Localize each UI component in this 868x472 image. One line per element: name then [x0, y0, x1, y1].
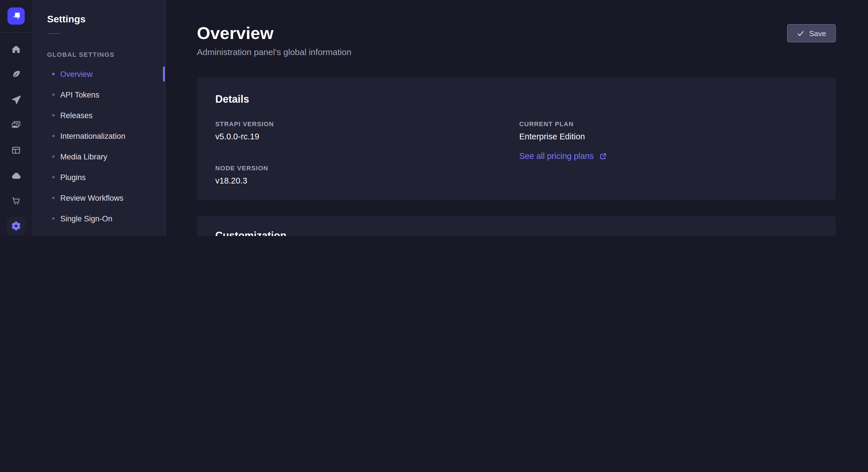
- bullet-icon: [52, 176, 55, 178]
- save-button-label: Save: [809, 29, 826, 38]
- field-label: STRAPI VERSION: [215, 120, 514, 128]
- gear-icon[interactable]: [7, 217, 25, 235]
- external-link-icon: [599, 152, 608, 160]
- paper-plane-icon[interactable]: [7, 91, 25, 109]
- main-content: Overview Administration panel’s global i…: [166, 0, 868, 236]
- rail-nav: [7, 40, 25, 235]
- feather-icon[interactable]: [7, 65, 25, 84]
- subnav-item-transfer-tokens[interactable]: Transfer Tokens: [33, 229, 165, 236]
- bullet-icon: [52, 156, 55, 158]
- subnav-item-label: Plugins: [60, 173, 86, 181]
- cart-icon[interactable]: [7, 192, 25, 210]
- details-fields: STRAPI VERSION v5.0.0-rc.19 NODE VERSION…: [215, 120, 817, 187]
- field-label: CURRENT PLAN: [519, 120, 817, 128]
- layout-icon[interactable]: [7, 141, 25, 160]
- current-plan-field: CURRENT PLAN Enterprise Edition: [519, 120, 817, 142]
- page-title: Overview: [197, 23, 351, 43]
- details-card-title: Details: [215, 92, 817, 106]
- bullet-icon: [52, 135, 55, 137]
- subnav-item-single-sign-on[interactable]: Single Sign-On: [33, 208, 165, 229]
- subnav-item-internationalization[interactable]: Internationalization: [33, 126, 165, 146]
- pricing-plans-link[interactable]: See all pricing plans: [519, 151, 608, 161]
- bullet-icon: [52, 73, 55, 75]
- bullet-icon: [52, 94, 55, 96]
- subnav-item-api-tokens[interactable]: API Tokens: [33, 84, 165, 105]
- field-label: NODE VERSION: [215, 164, 514, 172]
- subnav-item-label: API Tokens: [60, 90, 99, 99]
- subnav-item-media-library[interactable]: Media Library: [33, 146, 165, 167]
- subnav-item-label: Review Workflows: [60, 194, 123, 202]
- section-global-settings: GLOBAL SETTINGS: [47, 51, 151, 58]
- customization-card: Customization Max dimension: 750×750, Ma…: [197, 216, 836, 236]
- save-button[interactable]: Save: [787, 24, 836, 42]
- strapi-logo-icon[interactable]: [7, 7, 25, 25]
- subnav-item-releases[interactable]: Releases: [33, 105, 165, 126]
- settings-subnav: Settings GLOBAL SETTINGS Overview API To…: [33, 0, 165, 236]
- bullet-icon: [52, 114, 55, 116]
- check-icon: [797, 30, 805, 37]
- subnav-item-label: Transfer Tokens: [60, 235, 115, 236]
- subnav-title: Settings: [47, 14, 165, 25]
- subnav-item-overview[interactable]: Overview: [33, 64, 165, 84]
- subnav-item-label: Single Sign-On: [60, 214, 113, 223]
- field-value: v18.20.3: [215, 175, 514, 187]
- pricing-link-label: See all pricing plans: [519, 151, 594, 161]
- brand-area: [0, 0, 32, 33]
- details-card: Details STRAPI VERSION v5.0.0-rc.19 NODE…: [197, 77, 836, 200]
- subnav-divider: [47, 33, 61, 34]
- media-images-icon[interactable]: [7, 116, 25, 134]
- bullet-icon: [52, 197, 55, 199]
- cloud-icon[interactable]: [7, 166, 25, 185]
- field-value: Enterprise Edition: [519, 131, 817, 142]
- node-version-field: NODE VERSION v18.20.3: [215, 164, 514, 187]
- subnav-item-review-workflows[interactable]: Review Workflows: [33, 188, 165, 208]
- page-subtitle: Administration panel’s global informatio…: [197, 47, 351, 57]
- strapi-version-field: STRAPI VERSION v5.0.0-rc.19: [215, 120, 514, 142]
- page-header: Overview Administration panel’s global i…: [197, 23, 836, 57]
- home-icon[interactable]: [7, 40, 25, 59]
- bullet-icon: [52, 217, 55, 220]
- subnav-item-label: Overview: [60, 70, 93, 78]
- customization-card-title: Customization: [215, 229, 817, 236]
- subnav-item-plugins[interactable]: Plugins: [33, 167, 165, 188]
- strapi-admin-settings-page: KD Settings GLOBAL SETTINGS Overview API…: [0, 0, 868, 236]
- main-nav-rail: KD: [0, 0, 33, 236]
- subnav-item-label: Internationalization: [60, 132, 125, 140]
- field-value: v5.0.0-rc.19: [215, 131, 514, 142]
- subnav-item-label: Media Library: [60, 152, 107, 161]
- subnav-item-label: Releases: [60, 111, 93, 120]
